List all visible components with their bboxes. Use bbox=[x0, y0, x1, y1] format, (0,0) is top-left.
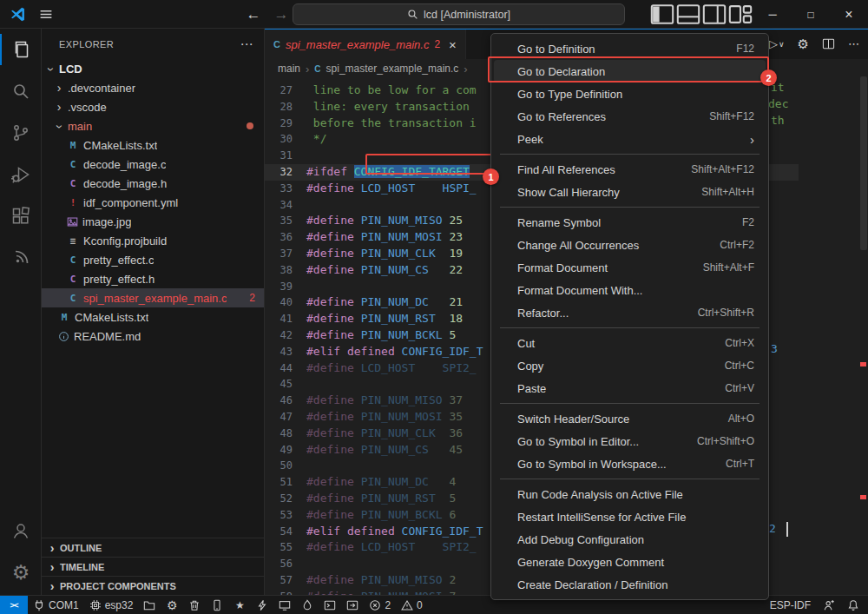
status-bell[interactable] bbox=[842, 596, 865, 614]
menu-item-create-declaration-definition[interactable]: Create Declaration / Definition bbox=[494, 573, 766, 596]
status-star[interactable]: ★ bbox=[228, 596, 251, 614]
run-button[interactable]: ▷∨ bbox=[769, 37, 785, 50]
menu-item-label: Paste bbox=[517, 382, 546, 395]
panel-project-components[interactable]: ›PROJECT COMPONENTS bbox=[42, 576, 264, 595]
menu-item-find-all-references[interactable]: Find All ReferencesShift+Alt+F12 bbox=[494, 158, 766, 181]
status-esp-idf[interactable]: ESP-IDF bbox=[765, 596, 816, 614]
status-label: COM1 bbox=[49, 599, 79, 611]
activitybar-source-control[interactable] bbox=[0, 112, 42, 154]
toggle-secondary-sidebar-icon[interactable] bbox=[701, 0, 727, 29]
menu-item-shortcut: Ctrl+F2 bbox=[720, 239, 754, 251]
menu-item-go-to-symbol-in-workspace[interactable]: Go to Symbol in Workspace...Ctrl+T bbox=[494, 452, 766, 475]
split-editor-icon[interactable] bbox=[822, 37, 835, 50]
file-decode_image.h[interactable]: Cdecode_image.h bbox=[42, 174, 264, 193]
window-close-button[interactable]: × bbox=[830, 0, 868, 29]
status-0[interactable]: 0 bbox=[396, 596, 428, 614]
folder-LCD[interactable]: ›LCD bbox=[42, 59, 264, 78]
editor-scrollbar[interactable] bbox=[859, 29, 868, 595]
folder-main[interactable]: ›main bbox=[42, 116, 264, 135]
status-gear[interactable]: ⚙ bbox=[161, 596, 183, 614]
tab-close-icon[interactable]: × bbox=[449, 37, 457, 52]
item-label: main bbox=[68, 120, 92, 133]
toggle-panel-icon[interactable] bbox=[675, 0, 701, 29]
folder-.devcontainer[interactable]: ›.devcontainer bbox=[42, 78, 264, 97]
breadcrumb-folder[interactable]: main bbox=[278, 63, 300, 75]
customize-layout-icon[interactable] bbox=[727, 0, 753, 29]
scrollbar-slider[interactable] bbox=[860, 76, 867, 250]
activitybar-accounts[interactable] bbox=[0, 510, 42, 551]
status-2[interactable]: 2 bbox=[364, 596, 396, 614]
tab-spi-master-example-main[interactable]: C spi_master_example_main.c 2 × bbox=[265, 29, 466, 59]
menu-item-change-all-occurrences[interactable]: Change All OccurrencesCtrl+F2 bbox=[494, 234, 766, 256]
status-monitor[interactable] bbox=[273, 596, 296, 614]
menu-item-format-document-with[interactable]: Format Document With... bbox=[494, 279, 766, 301]
menu-item-paste[interactable]: PasteCtrl+V bbox=[494, 377, 766, 399]
menu-hamburger-icon[interactable] bbox=[38, 7, 54, 22]
menu-item-refactor[interactable]: Refactor...Ctrl+Shift+R bbox=[494, 301, 766, 324]
file-idf_component.yml[interactable]: !idf_component.yml bbox=[42, 193, 264, 212]
menu-item-label: Restart IntelliSense for Active File bbox=[517, 511, 686, 524]
toggle-primary-sidebar-icon[interactable] bbox=[649, 0, 675, 29]
file-pretty_effect.c[interactable]: Cpretty_effect.c bbox=[42, 250, 264, 269]
status-person[interactable] bbox=[818, 596, 840, 614]
menu-item-peek[interactable]: Peek› bbox=[494, 128, 766, 150]
line-text: */ bbox=[306, 131, 326, 148]
menu-separator bbox=[500, 207, 760, 208]
status-esp32[interactable]: esp32 bbox=[84, 596, 139, 614]
activitybar-extensions[interactable] bbox=[0, 195, 42, 237]
window-maximize-button[interactable]: □ bbox=[792, 0, 830, 29]
file-pretty_effect.h[interactable]: Cpretty_effect.h bbox=[42, 269, 264, 288]
command-center-search[interactable]: lcd [Administrator] bbox=[293, 3, 625, 25]
status-remote[interactable]: >< bbox=[0, 596, 28, 614]
file-CMakeLists.txt[interactable]: MCMakeLists.txt bbox=[42, 135, 264, 155]
file-spi_master_example_main.c[interactable]: Cspi_master_example_main.c2 bbox=[42, 288, 264, 307]
activitybar-run-debug[interactable] bbox=[0, 154, 42, 195]
activitybar-settings[interactable]: ⚙ bbox=[0, 551, 42, 593]
menu-item-add-debug-configuration[interactable]: Add Debug Configuration bbox=[494, 528, 766, 551]
status-trash[interactable] bbox=[183, 596, 206, 614]
panel-timeline[interactable]: ›TIMELINE bbox=[42, 557, 264, 576]
code-fragment: th bbox=[771, 113, 785, 129]
status-folder[interactable] bbox=[138, 596, 161, 614]
activitybar-esp-idf[interactable] bbox=[0, 237, 42, 279]
chevron-down-icon: › bbox=[53, 122, 67, 131]
line-text: #define LCD_HOST SPI2_ bbox=[306, 360, 477, 377]
bell-icon bbox=[847, 599, 859, 611]
menu-item-go-to-type-definition[interactable]: Go to Type Definition bbox=[494, 83, 766, 105]
menu-item-copy[interactable]: CopyCtrl+C bbox=[494, 354, 766, 377]
menu-item-label: Create Declaration / Definition bbox=[517, 578, 667, 591]
activitybar-explorer[interactable] bbox=[0, 29, 42, 70]
menu-item-format-document[interactable]: Format DocumentShift+Alt+F bbox=[494, 256, 766, 279]
activitybar-search[interactable] bbox=[0, 70, 42, 112]
file-Kconfig.projbuild[interactable]: ≡Kconfig.projbuild bbox=[42, 231, 264, 250]
status-terminal[interactable] bbox=[319, 596, 341, 614]
breadcrumb-file[interactable]: spi_master_example_main.c bbox=[326, 63, 459, 75]
status-flame[interactable] bbox=[296, 596, 319, 614]
file-decode_image.c[interactable]: Cdecode_image.c bbox=[42, 155, 264, 174]
menu-item-generate-doxygen-comment[interactable]: Generate Doxygen Comment bbox=[494, 551, 766, 573]
menu-item-go-to-references[interactable]: Go to ReferencesShift+F12 bbox=[494, 105, 766, 128]
menu-item-cut[interactable]: CutCtrl+X bbox=[494, 332, 766, 354]
editor-settings-gear-icon[interactable]: ⚙ bbox=[798, 36, 809, 52]
menu-item-restart-intellisense-for-active-file[interactable]: Restart IntelliSense for Active File bbox=[494, 505, 766, 528]
status-bolt[interactable] bbox=[251, 596, 273, 614]
status-arrowbox[interactable] bbox=[341, 596, 364, 614]
file-CMakeLists.txt[interactable]: MCMakeLists.txt bbox=[42, 307, 264, 327]
menu-item-show-call-hierarchy[interactable]: Show Call HierarchyShift+Alt+H bbox=[494, 181, 766, 203]
menu-item-go-to-symbol-in-editor[interactable]: Go to Symbol in Editor...Ctrl+Shift+O bbox=[494, 430, 766, 452]
status-com1[interactable]: COM1 bbox=[28, 596, 84, 614]
file-image.jpg[interactable]: image.jpg bbox=[42, 212, 264, 231]
menu-item-run-code-analysis-on-active-file[interactable]: Run Code Analysis on Active File bbox=[494, 483, 766, 505]
explorer-more-actions-icon[interactable]: ⋯ bbox=[240, 36, 253, 52]
status-device[interactable] bbox=[206, 596, 228, 614]
editor-more-actions-icon[interactable]: ⋯ bbox=[848, 37, 859, 50]
nav-back-button[interactable]: ← bbox=[243, 4, 264, 25]
filetype-C-icon: C bbox=[67, 254, 79, 266]
menu-item-switch-header-source[interactable]: Switch Header/SourceAlt+O bbox=[494, 407, 766, 430]
panel-outline[interactable]: ›OUTLINE bbox=[42, 538, 264, 557]
file-README.md[interactable]: README.md bbox=[42, 327, 264, 346]
window-minimize-button[interactable]: ─ bbox=[753, 0, 792, 29]
folder-.vscode[interactable]: ›.vscode bbox=[42, 97, 264, 116]
nav-forward-button[interactable]: → bbox=[271, 4, 292, 25]
menu-item-rename-symbol[interactable]: Rename SymbolF2 bbox=[494, 211, 766, 234]
